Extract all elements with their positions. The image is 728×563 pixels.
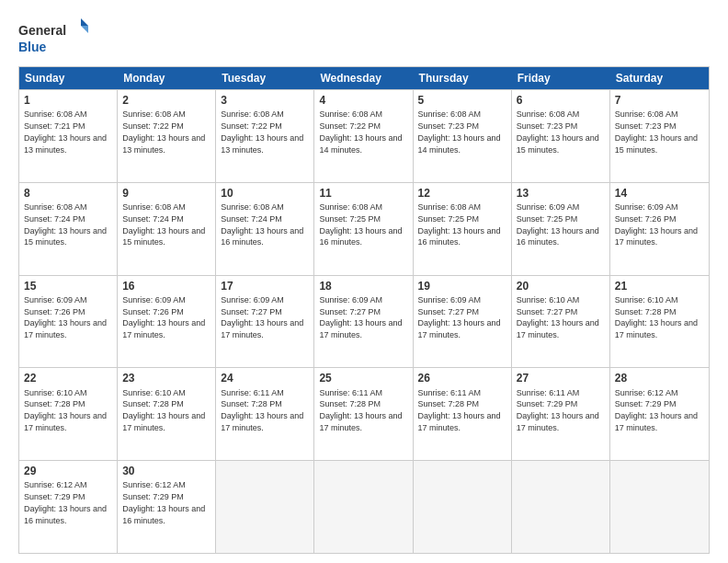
cell-info: Sunrise: 6:11 AMSunset: 7:28 PMDaylight:… [221,388,303,432]
calendar-cell-19: 19 Sunrise: 6:09 AMSunset: 7:27 PMDaylig… [414,276,512,368]
cell-info: Sunrise: 6:11 AMSunset: 7:28 PMDaylight:… [319,388,402,432]
cell-info: Sunrise: 6:09 AMSunset: 7:27 PMDaylight:… [221,295,303,339]
calendar-cell-23: 23 Sunrise: 6:10 AMSunset: 7:28 PMDaylig… [118,368,216,460]
calendar-cell-25: 25 Sunrise: 6:11 AMSunset: 7:28 PMDaylig… [314,368,413,460]
calendar-week-3: 15 Sunrise: 6:09 AMSunset: 7:26 PMDaylig… [19,275,709,368]
cell-info: Sunrise: 6:08 AMSunset: 7:25 PMDaylight:… [418,202,501,247]
calendar-cell-16: 16 Sunrise: 6:09 AMSunset: 7:26 PMDaylig… [118,276,216,368]
day-number: 5 [418,93,506,108]
calendar-cell-29: 29 Sunrise: 6:12 AMSunset: 7:29 PMDaylig… [19,461,118,553]
page: General Blue Sunday Monday Tuesday Wedne… [0,0,728,563]
calendar-cell-1: 1 Sunrise: 6:08 AMSunset: 7:21 PMDayligh… [19,90,118,182]
calendar-cell-9: 9 Sunrise: 6:08 AMSunset: 7:24 PMDayligh… [118,183,216,275]
header-tuesday: Tuesday [216,67,314,89]
header-thursday: Thursday [414,67,512,89]
day-number: 21 [615,279,704,293]
day-number: 8 [24,186,112,201]
calendar-cell-2: 2 Sunrise: 6:08 AMSunset: 7:22 PMDayligh… [118,90,216,182]
header-friday: Friday [512,67,610,89]
day-number: 19 [418,279,506,293]
calendar-cell-22: 22 Sunrise: 6:10 AMSunset: 7:28 PMDaylig… [19,368,118,460]
day-number: 24 [221,371,309,385]
cell-info: Sunrise: 6:08 AMSunset: 7:22 PMDaylight:… [122,109,205,154]
cell-info: Sunrise: 6:08 AMSunset: 7:24 PMDaylight:… [24,202,107,247]
calendar-cell-15: 15 Sunrise: 6:09 AMSunset: 7:26 PMDaylig… [19,276,118,368]
cell-info: Sunrise: 6:09 AMSunset: 7:27 PMDaylight:… [418,295,501,339]
calendar-body: 1 Sunrise: 6:08 AMSunset: 7:21 PMDayligh… [19,89,709,553]
calendar-cell-empty [610,461,709,553]
svg-text:General: General [18,23,66,38]
day-number: 18 [319,279,407,293]
day-number: 17 [221,279,309,293]
calendar-cell-7: 7 Sunrise: 6:08 AMSunset: 7:23 PMDayligh… [610,90,709,182]
cell-info: Sunrise: 6:09 AMSunset: 7:26 PMDaylight:… [24,295,107,339]
cell-info: Sunrise: 6:08 AMSunset: 7:25 PMDaylight:… [319,202,402,247]
calendar-header: Sunday Monday Tuesday Wednesday Thursday… [19,67,709,89]
svg-marker-4 [81,26,88,33]
calendar-week-4: 22 Sunrise: 6:10 AMSunset: 7:28 PMDaylig… [19,367,709,460]
calendar-cell-5: 5 Sunrise: 6:08 AMSunset: 7:23 PMDayligh… [414,90,512,182]
day-number: 2 [122,93,210,108]
day-number: 26 [418,371,506,385]
day-number: 30 [122,464,210,478]
calendar-cell-empty [314,461,413,553]
cell-info: Sunrise: 6:12 AMSunset: 7:29 PMDaylight:… [122,480,205,524]
cell-info: Sunrise: 6:09 AMSunset: 7:26 PMDaylight:… [615,202,698,247]
header-sunday: Sunday [19,67,118,89]
general-blue-logo-icon: General Blue [18,17,92,57]
day-number: 9 [122,186,210,201]
day-number: 27 [517,371,605,385]
day-number: 22 [24,371,112,385]
day-number: 13 [517,186,605,201]
calendar-week-1: 1 Sunrise: 6:08 AMSunset: 7:21 PMDayligh… [19,89,709,182]
calendar-cell-3: 3 Sunrise: 6:08 AMSunset: 7:22 PMDayligh… [216,90,314,182]
day-number: 20 [517,279,605,293]
calendar-cell-empty [512,461,610,553]
cell-info: Sunrise: 6:12 AMSunset: 7:29 PMDaylight:… [615,388,698,432]
cell-info: Sunrise: 6:10 AMSunset: 7:28 PMDaylight:… [615,295,698,339]
cell-info: Sunrise: 6:09 AMSunset: 7:25 PMDaylight:… [517,202,599,247]
day-number: 4 [319,93,407,108]
calendar-cell-13: 13 Sunrise: 6:09 AMSunset: 7:25 PMDaylig… [512,183,610,275]
day-number: 15 [24,279,112,293]
calendar-cell-empty [414,461,512,553]
day-number: 1 [24,93,112,108]
calendar-cell-4: 4 Sunrise: 6:08 AMSunset: 7:22 PMDayligh… [314,90,413,182]
day-number: 11 [319,186,407,201]
header-wednesday: Wednesday [314,67,413,89]
cell-info: Sunrise: 6:08 AMSunset: 7:21 PMDaylight:… [24,109,107,154]
cell-info: Sunrise: 6:09 AMSunset: 7:26 PMDaylight:… [122,295,205,339]
calendar-cell-8: 8 Sunrise: 6:08 AMSunset: 7:24 PMDayligh… [19,183,118,275]
calendar-cell-17: 17 Sunrise: 6:09 AMSunset: 7:27 PMDaylig… [216,276,314,368]
calendar-cell-26: 26 Sunrise: 6:11 AMSunset: 7:28 PMDaylig… [414,368,512,460]
calendar-cell-24: 24 Sunrise: 6:11 AMSunset: 7:28 PMDaylig… [216,368,314,460]
logo: General Blue [18,17,92,57]
day-number: 28 [615,371,704,385]
day-number: 7 [615,93,704,108]
day-number: 23 [122,371,210,385]
svg-text:Blue: Blue [18,40,47,54]
calendar-cell-28: 28 Sunrise: 6:12 AMSunset: 7:29 PMDaylig… [610,368,709,460]
day-number: 3 [221,93,309,108]
calendar-cell-12: 12 Sunrise: 6:08 AMSunset: 7:25 PMDaylig… [414,183,512,275]
cell-info: Sunrise: 6:11 AMSunset: 7:28 PMDaylight:… [418,388,501,432]
cell-info: Sunrise: 6:08 AMSunset: 7:23 PMDaylight:… [418,109,501,154]
calendar-week-5: 29 Sunrise: 6:12 AMSunset: 7:29 PMDaylig… [19,460,709,553]
cell-info: Sunrise: 6:10 AMSunset: 7:28 PMDaylight:… [24,388,107,432]
day-number: 10 [221,186,309,201]
calendar-cell-11: 11 Sunrise: 6:08 AMSunset: 7:25 PMDaylig… [314,183,413,275]
day-number: 29 [24,464,112,478]
svg-marker-3 [81,18,88,26]
cell-info: Sunrise: 6:10 AMSunset: 7:27 PMDaylight:… [517,295,599,339]
header-monday: Monday [118,67,216,89]
cell-info: Sunrise: 6:08 AMSunset: 7:24 PMDaylight:… [221,202,303,247]
cell-info: Sunrise: 6:10 AMSunset: 7:28 PMDaylight:… [122,388,205,432]
cell-info: Sunrise: 6:08 AMSunset: 7:22 PMDaylight:… [221,109,303,154]
day-number: 6 [517,93,605,108]
cell-info: Sunrise: 6:11 AMSunset: 7:29 PMDaylight:… [517,388,599,432]
calendar-cell-6: 6 Sunrise: 6:08 AMSunset: 7:23 PMDayligh… [512,90,610,182]
calendar-cell-20: 20 Sunrise: 6:10 AMSunset: 7:27 PMDaylig… [512,276,610,368]
cell-info: Sunrise: 6:08 AMSunset: 7:22 PMDaylight:… [319,109,402,154]
day-number: 12 [418,186,506,201]
header: General Blue [18,17,710,57]
